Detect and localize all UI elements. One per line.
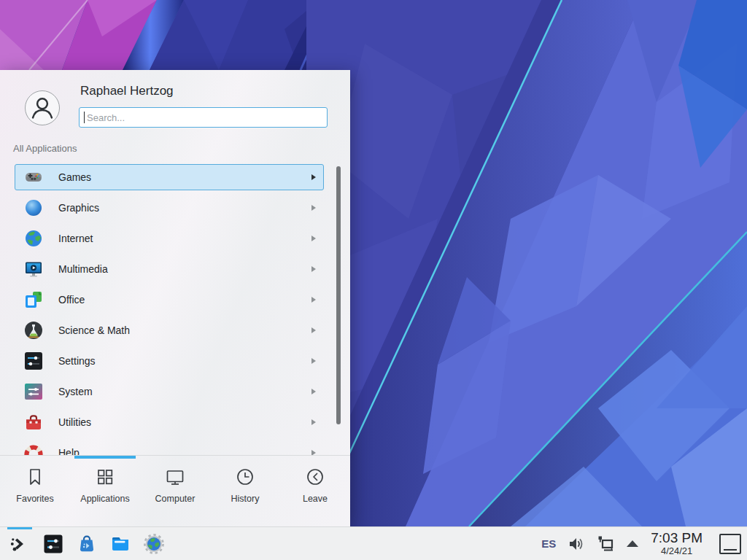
sliders-icon: [23, 351, 44, 371]
system-sliders-icon: [23, 381, 44, 402]
user-name: Raphael Hertzog: [80, 84, 174, 98]
tab-label: Computer: [155, 494, 196, 504]
expand-tray-button[interactable]: [627, 540, 638, 547]
show-desktop-button[interactable]: [719, 534, 741, 554]
tab-label: Favorites: [16, 494, 53, 504]
submenu-arrow-icon: [311, 419, 316, 425]
category-internet[interactable]: Internet: [0, 223, 350, 254]
gamepad-icon: [23, 167, 44, 187]
volume-icon: [567, 534, 586, 553]
category-label: Games: [58, 171, 91, 183]
app-launcher-button[interactable]: [9, 533, 31, 555]
category-label: Help: [58, 447, 80, 455]
submenu-arrow-icon: [311, 389, 316, 394]
tab-applications[interactable]: Applications: [70, 456, 140, 526]
category-label: Utilities: [58, 416, 91, 428]
submenu-arrow-icon: [311, 174, 316, 180]
tab-leave[interactable]: Leave: [280, 456, 350, 526]
tab-label: Leave: [303, 494, 328, 504]
tab-label: Applications: [80, 494, 129, 504]
tab-label: History: [231, 494, 260, 504]
category-label: System: [58, 386, 93, 397]
clock-icon: [234, 466, 256, 488]
tab-favorites[interactable]: Favorites: [0, 456, 70, 526]
computer-icon: [164, 466, 186, 488]
clock-time: 7:03 PM: [651, 530, 703, 546]
leave-icon: [304, 466, 326, 488]
globe-icon: [23, 228, 44, 249]
tab-history[interactable]: History: [210, 456, 280, 526]
volume-button[interactable]: [567, 534, 586, 553]
submenu-arrow-icon: [311, 450, 316, 456]
submenu-arrow-icon: [311, 327, 316, 333]
category-list: Games Graphics: [0, 162, 350, 455]
category-label: Multimedia: [58, 263, 108, 275]
tab-computer[interactable]: Computer: [140, 456, 210, 526]
category-graphics[interactable]: Graphics: [0, 192, 350, 223]
category-office[interactable]: Office: [0, 284, 350, 315]
category-label: Office: [58, 294, 85, 306]
submenu-arrow-icon: [311, 205, 316, 211]
lifebuoy-icon: [23, 443, 44, 455]
category-label: Settings: [58, 355, 96, 367]
taskbar-launchers: [0, 533, 165, 555]
bookmark-icon: [24, 466, 46, 488]
flask-icon: [23, 320, 44, 341]
documents-icon: [23, 289, 44, 310]
digital-clock[interactable]: 7:03 PM 4/24/21: [651, 530, 703, 557]
user-avatar[interactable]: [25, 90, 60, 125]
search-input[interactable]: [79, 107, 328, 128]
discover-button[interactable]: [76, 533, 98, 555]
submenu-arrow-icon: [311, 236, 316, 241]
discover-icon: [76, 533, 98, 555]
category-utilities[interactable]: Utilities: [0, 407, 350, 438]
category-help[interactable]: Help: [0, 438, 350, 455]
text-caret: [84, 112, 85, 123]
section-label: All Applications: [13, 143, 77, 154]
category-multimedia[interactable]: Multimedia: [0, 254, 350, 284]
submenu-arrow-icon: [311, 358, 316, 364]
application-launcher-popup: Raphael Hertzog All Applications: [0, 70, 350, 526]
category-games[interactable]: Games: [0, 162, 350, 192]
network-icon: [597, 534, 616, 553]
category-label: Science & Math: [58, 324, 130, 336]
category-label: Graphics: [58, 202, 99, 214]
keyboard-layout-indicator[interactable]: ES: [541, 537, 556, 550]
search-field-wrap: [79, 107, 328, 128]
clock-date: 4/24/21: [651, 546, 703, 557]
sphere-icon: [23, 198, 44, 218]
submenu-arrow-icon: [311, 266, 316, 272]
system-tray: ES 7:03 PM 4/24/21: [541, 530, 747, 557]
launcher-tabbar: Favorites Applications Computer: [0, 456, 350, 526]
grid-icon: [94, 466, 116, 488]
category-system[interactable]: System: [0, 376, 350, 407]
system-settings-button[interactable]: [42, 533, 64, 555]
submenu-arrow-icon: [311, 297, 316, 303]
browser-icon: [143, 533, 165, 555]
category-science-math[interactable]: Science & Math: [0, 315, 350, 346]
network-button[interactable]: [597, 534, 616, 553]
toolbox-icon: [23, 412, 44, 432]
monitor-play-icon: [23, 259, 44, 279]
file-manager-button[interactable]: [109, 533, 131, 555]
browser-button[interactable]: [143, 533, 165, 555]
list-scrollbar[interactable]: [336, 166, 341, 424]
category-settings[interactable]: Settings: [0, 346, 350, 376]
app-launcher-icon: [9, 533, 31, 555]
category-label: Internet: [58, 233, 93, 244]
file-manager-icon: [109, 533, 131, 555]
system-settings-icon: [42, 533, 64, 555]
taskbar-panel: ES 7:03 PM 4/24/21: [0, 526, 747, 560]
desktop: Raphael Hertzog All Applications: [0, 0, 747, 560]
